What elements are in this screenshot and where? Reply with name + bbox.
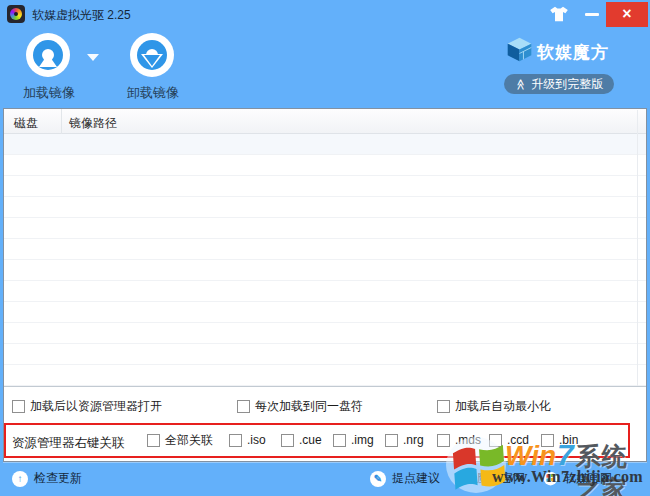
image-table[interactable] [4,134,646,386]
app-icon [7,5,25,23]
up-arrow-circle-icon: ↑ [12,471,28,487]
statusbar: ↑ 检查更新 ✎ 提点建议 魔方官网 软媒官网 [3,462,647,494]
checkbox-label: .cue [299,433,322,447]
checkbox-box [437,400,450,413]
checkbox-same-drive[interactable]: 每次加载到同一盘符 [237,399,363,413]
disc-up-icon [26,33,70,77]
checkbox-box [229,434,242,447]
checkbox-box [281,434,294,447]
upgrade-button-label: 升级到完整版 [531,76,603,93]
checkbox-assoc-all[interactable]: 全部关联 [147,433,213,447]
brand-name: 软媒魔方 [537,41,609,64]
checkbox-open-explorer[interactable]: 加载后以资源管理器打开 [12,399,162,413]
checkbox-ext-mds[interactable]: .mds [437,433,481,447]
unload-button-label: 卸载镜像 [117,84,189,102]
disc-down-icon [130,33,174,77]
checkbox-label: .img [351,433,374,447]
table-row [4,365,646,386]
checkbox-label: .mds [455,433,481,447]
checkbox-label: 每次加载到同一盘符 [255,398,363,415]
checkbox-box [333,434,346,447]
load-button-label: 加载镜像 [13,84,85,102]
minimize-button[interactable] [585,13,599,16]
checkbox-label: .ccd [507,433,529,447]
ruanmei-site-link[interactable]: 软媒官网 [543,470,612,487]
checkbox-label: .iso [247,433,266,447]
table-row [4,323,646,344]
checkbox-ext-cue[interactable]: .cue [281,433,322,447]
cube-small-icon [456,471,471,486]
suggest-button[interactable]: ✎ 提点建议 [370,470,440,487]
checkbox-ext-iso[interactable]: .iso [229,433,266,447]
checkbox-label: .bin [559,433,578,447]
checkbox-ext-bin[interactable]: .bin [541,433,578,447]
mofang-site-label: 魔方官网 [477,470,525,487]
table-header: 磁盘 镜像路径 [4,109,646,134]
checkbox-label: 加载后以资源管理器打开 [30,398,162,415]
checkbox-box [541,434,554,447]
checkbox-ext-img[interactable]: .img [333,433,374,447]
mofang-cube-icon [506,36,533,63]
window-title: 软媒虚拟光驱 2.25 [32,7,131,24]
table-row [4,155,646,176]
checkbox-label: 全部关联 [165,432,213,449]
column-header-disk: 磁盘 [14,115,38,132]
checkbox-ext-nrg[interactable]: .nrg [385,433,424,447]
table-row [4,134,646,155]
checkbox-box [437,434,450,447]
load-dropdown-caret[interactable] [87,54,99,61]
checkbox-box [237,400,250,413]
down-arrow-icon [144,55,160,66]
pencil-icon: ✎ [370,471,386,487]
window-frame: 软媒虚拟光驱 2.25 × 加载镜像 卸载镜像 [0,0,650,496]
checkbox-ext-ccd[interactable]: .ccd [489,433,529,447]
table-row [4,302,646,323]
checkbox-label: .nrg [403,433,424,447]
table-row [4,344,646,365]
skin-button[interactable] [549,6,569,22]
shirt-icon [549,6,569,22]
table-row [4,281,646,302]
upgrade-button[interactable]: ≫ 升级到完整版 [504,74,614,94]
check-update-button[interactable]: ↑ 检查更新 [12,470,82,487]
scrollbar-track[interactable] [637,110,638,386]
checkbox-box [489,434,502,447]
checkbox-auto-minimize[interactable]: 加载后自动最小化 [437,399,551,413]
suggest-label: 提点建议 [392,470,440,487]
table-row [4,176,646,197]
windows-small-icon [543,471,558,486]
table-row [4,218,646,239]
checkbox-label: 加载后自动最小化 [455,398,551,415]
close-button[interactable]: × [606,2,648,27]
table-row [4,260,646,281]
table-row [4,197,646,218]
checkbox-box [385,434,398,447]
mofang-site-link[interactable]: 魔方官网 [456,470,525,487]
up-arrow-icon [39,54,57,67]
assoc-label: 资源管理器右键关联 [12,435,125,452]
ruanmei-site-label: 软媒官网 [564,470,612,487]
checkbox-box [147,434,160,447]
double-chevron-up-icon: ≫ [515,78,526,90]
table-bottom-divider [4,386,646,387]
check-update-label: 检查更新 [34,470,82,487]
column-header-path: 镜像路径 [69,115,117,132]
table-row [4,239,646,260]
checkbox-box [12,400,25,413]
